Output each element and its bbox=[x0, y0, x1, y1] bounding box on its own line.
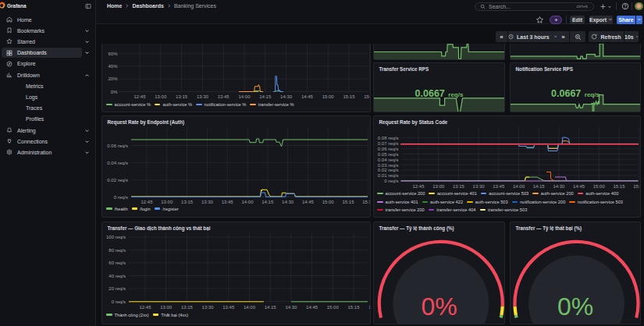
svg-text:15:15: 15:15 bbox=[347, 305, 360, 310]
svg-text:15:15: 15:15 bbox=[613, 184, 625, 189]
svg-text:14:30: 14:30 bbox=[553, 184, 565, 189]
svg-text:15:00: 15:00 bbox=[327, 305, 340, 310]
svg-text:40 req/s: 40 req/s bbox=[109, 274, 126, 278]
svg-text:80 req/s: 80 req/s bbox=[109, 248, 126, 253]
svg-text:14:00: 14:00 bbox=[238, 94, 251, 99]
svg-text:14:45: 14:45 bbox=[306, 305, 318, 310]
svg-text:40%: 40% bbox=[108, 64, 118, 69]
svg-text:60 req/s: 60 req/s bbox=[109, 260, 126, 265]
svg-text:14:00: 14:00 bbox=[241, 200, 254, 204]
svg-text:15:00: 15:00 bbox=[593, 184, 606, 189]
svg-text:14:15: 14:15 bbox=[262, 200, 274, 204]
svg-text:12:45: 12:45 bbox=[133, 94, 146, 99]
svg-text:60%: 60% bbox=[108, 51, 118, 56]
svg-text:0 req/s: 0 req/s bbox=[112, 299, 126, 304]
svg-text:100 req/s: 100 req/s bbox=[106, 235, 126, 239]
svg-text:13:45: 13:45 bbox=[222, 305, 235, 310]
svg-text:14:30: 14:30 bbox=[282, 200, 294, 204]
svg-text:20%: 20% bbox=[108, 76, 118, 81]
svg-text:14:15: 14:15 bbox=[259, 94, 272, 99]
svg-text:13:15: 13:15 bbox=[181, 305, 194, 310]
svg-text:15:15: 15:15 bbox=[343, 94, 355, 99]
svg-text:0.08 req/s: 0.08 req/s bbox=[378, 136, 399, 140]
svg-text:14:00: 14:00 bbox=[244, 305, 256, 310]
svg-text:0.07 req/s: 0.07 req/s bbox=[378, 141, 399, 146]
svg-text:13:15: 13:15 bbox=[176, 94, 188, 99]
svg-text:0.04 req/s: 0.04 req/s bbox=[378, 158, 399, 162]
svg-text:20 req/s: 20 req/s bbox=[109, 286, 126, 291]
svg-text:0%: 0% bbox=[111, 90, 118, 94]
svg-text:0 req/s: 0 req/s bbox=[384, 179, 398, 183]
svg-text:0.02 req/s: 0.02 req/s bbox=[378, 168, 399, 172]
svg-text:13:30: 13:30 bbox=[197, 94, 209, 99]
svg-text:0.01 req/s: 0.01 req/s bbox=[378, 173, 399, 178]
svg-text:15:30: 15:30 bbox=[633, 184, 641, 189]
svg-text:12:45: 12:45 bbox=[139, 305, 151, 310]
svg-text:13:00: 13:00 bbox=[160, 305, 173, 310]
svg-text:14:15: 14:15 bbox=[533, 184, 546, 189]
svg-text:13:15: 13:15 bbox=[453, 184, 465, 189]
svg-text:13:30: 13:30 bbox=[202, 305, 215, 310]
svg-text:0.06 req/s: 0.06 req/s bbox=[378, 147, 399, 151]
svg-text:13:30: 13:30 bbox=[201, 200, 214, 204]
svg-text:12:45: 12:45 bbox=[412, 184, 425, 189]
svg-text:14:30: 14:30 bbox=[285, 305, 297, 310]
svg-text:13:00: 13:00 bbox=[161, 200, 173, 204]
svg-text:14:15: 14:15 bbox=[265, 305, 277, 310]
svg-text:15:00: 15:00 bbox=[322, 94, 335, 99]
svg-text:0.05 req/s: 0.05 req/s bbox=[378, 152, 399, 157]
svg-text:14:00: 14:00 bbox=[513, 184, 525, 189]
svg-text:0.06 req/s: 0.06 req/s bbox=[107, 144, 128, 148]
svg-text:0 req/s: 0 req/s bbox=[114, 195, 128, 200]
svg-text:15:00: 15:00 bbox=[322, 200, 335, 204]
svg-text:13:45: 13:45 bbox=[493, 184, 505, 189]
svg-text:13:00: 13:00 bbox=[155, 94, 167, 99]
svg-text:13:45: 13:45 bbox=[222, 200, 234, 204]
svg-text:14:45: 14:45 bbox=[302, 200, 315, 204]
svg-text:14:30: 14:30 bbox=[280, 94, 293, 99]
svg-text:15:30: 15:30 bbox=[364, 94, 371, 99]
svg-text:0.02 req/s: 0.02 req/s bbox=[107, 178, 128, 182]
svg-text:0.03 req/s: 0.03 req/s bbox=[378, 163, 399, 168]
svg-text:12:45: 12:45 bbox=[141, 200, 153, 204]
svg-text:14:45: 14:45 bbox=[301, 94, 314, 99]
svg-text:15:30: 15:30 bbox=[362, 200, 371, 204]
svg-text:13:00: 13:00 bbox=[432, 184, 445, 189]
svg-text:15:30: 15:30 bbox=[368, 305, 371, 310]
svg-text:14:45: 14:45 bbox=[573, 184, 585, 189]
svg-text:13:30: 13:30 bbox=[473, 184, 486, 189]
svg-text:13:15: 13:15 bbox=[181, 200, 194, 204]
svg-text:15:15: 15:15 bbox=[342, 200, 354, 204]
svg-text:13:45: 13:45 bbox=[218, 94, 230, 99]
svg-text:0.04 req/s: 0.04 req/s bbox=[107, 161, 128, 165]
